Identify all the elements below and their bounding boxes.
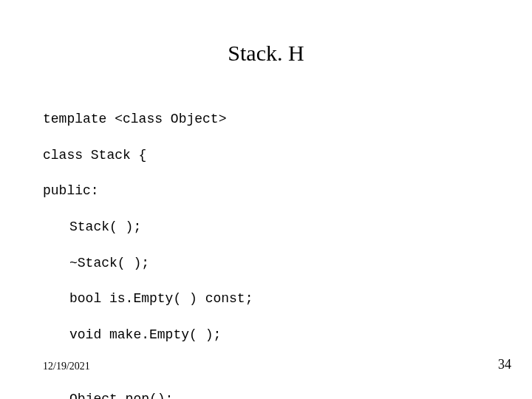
footer-date: 12/19/2021 bbox=[43, 361, 90, 372]
code-text: void make.Empty( ); bbox=[69, 327, 221, 342]
code-text: Object pop(); bbox=[69, 392, 173, 399]
code-line: template <class Object> bbox=[43, 110, 285, 128]
slide: Stack. H template <class Object> class S… bbox=[0, 0, 532, 399]
code-text: Stack( ); bbox=[69, 219, 141, 234]
page-number: 34 bbox=[498, 357, 511, 372]
code-line: ~Stack( ); bbox=[43, 254, 285, 272]
code-text: ~Stack( ); bbox=[69, 256, 149, 270]
code-line: void make.Empty( ); bbox=[43, 326, 285, 344]
slide-title: Stack. H bbox=[0, 41, 532, 66]
code-line: public: bbox=[43, 182, 285, 200]
code-line: Object pop(); bbox=[43, 390, 285, 399]
code-line: bool is.Empty( ) const; bbox=[43, 290, 285, 307]
code-line: class Stack { bbox=[43, 146, 285, 164]
code-line: Stack( ); bbox=[43, 218, 285, 236]
code-text: bool is.Empty( ) const; bbox=[69, 291, 253, 306]
code-block: template <class Object> class Stack { pu… bbox=[43, 92, 285, 399]
